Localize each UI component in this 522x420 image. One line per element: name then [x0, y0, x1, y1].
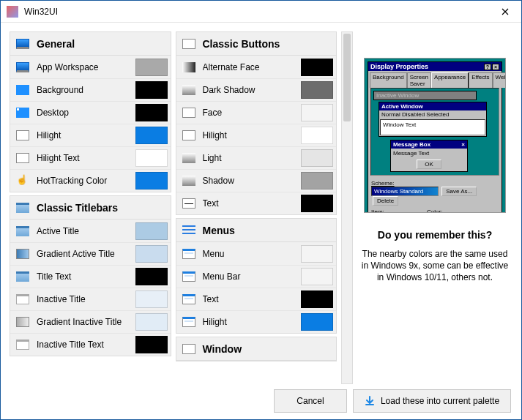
palette-row[interactable]: Hilight Text [10, 146, 171, 169]
color-swatch[interactable] [135, 268, 168, 285]
row-label: Dark Shadow [203, 85, 302, 95]
footer: Cancel Load these into current palette [1, 384, 521, 418]
row-label: Hilight Text [37, 153, 135, 163]
palette-row[interactable]: Text [176, 288, 337, 310]
section-window: Window [176, 337, 338, 361]
color-swatch[interactable] [135, 104, 168, 121]
heading-text: General [37, 38, 75, 50]
row-icon [16, 317, 29, 327]
row-icon [16, 85, 29, 95]
color-swatch[interactable] [135, 149, 168, 167]
palette-columns: General App WorkspaceBackgroundDesktopHi… [10, 31, 353, 384]
row-label: Shadow [203, 176, 302, 186]
color-swatch[interactable] [301, 268, 333, 285]
color-swatch[interactable] [301, 149, 333, 167]
row-icon [16, 271, 29, 282]
palette-row[interactable]: Desktop [10, 101, 171, 124]
color-swatch[interactable] [301, 127, 333, 144]
right-column: Classic Buttons Alternate FaceDark Shado… [176, 31, 338, 384]
palette-row[interactable]: HotTracking Color [10, 169, 171, 192]
color-swatch[interactable] [301, 313, 333, 331]
heading-text: Window [203, 343, 242, 355]
color-swatch[interactable] [301, 290, 333, 308]
row-label: Inactive Title Text [37, 340, 135, 350]
color-swatch[interactable] [301, 59, 333, 76]
palette-row[interactable]: Hilight [176, 124, 337, 146]
preview-dialog-title: Display Properties [370, 63, 428, 70]
palette-row[interactable]: Gradient Inactive Title [10, 310, 171, 333]
row-icon [16, 294, 29, 304]
content-area: General App WorkspaceBackgroundDesktopHi… [1, 23, 521, 384]
heading-text: Classic Titlebars [37, 202, 118, 214]
color-swatch[interactable] [135, 81, 168, 99]
row-label: Menu Bar [203, 271, 302, 282]
color-swatch[interactable] [135, 245, 168, 263]
palette-row[interactable]: Gradient Active Title [10, 242, 171, 265]
color-swatch[interactable] [301, 81, 333, 99]
color-swatch[interactable] [301, 104, 333, 121]
color-swatch[interactable] [135, 290, 168, 308]
palette-row[interactable]: Title Text [10, 265, 171, 288]
palette-row[interactable]: Menu Bar [176, 265, 337, 288]
row-icon [182, 62, 195, 72]
color-swatch[interactable] [135, 222, 168, 240]
color-swatch[interactable] [301, 172, 333, 190]
titlebar-icon [16, 203, 29, 213]
color-swatch[interactable] [135, 336, 168, 353]
palette-row[interactable]: Menu [176, 242, 337, 265]
palette-row[interactable]: Hilight [176, 310, 337, 333]
preview-tabs: Background Screen Saver Appearance Effec… [368, 71, 502, 88]
row-label: Menu [203, 249, 302, 259]
row-icon [182, 153, 195, 163]
row-icon [182, 176, 195, 186]
row-label: Hilight [203, 130, 302, 140]
palette-row[interactable]: Light [176, 146, 337, 169]
color-swatch[interactable] [301, 245, 333, 263]
preview-window-controls: ?× [484, 64, 499, 70]
load-button[interactable]: Load these into current palette [353, 389, 511, 413]
row-label: Hilight [37, 130, 135, 140]
color-swatch[interactable] [301, 195, 333, 212]
color-swatch[interactable] [135, 313, 168, 331]
section-general: General App WorkspaceBackgroundDesktopHi… [10, 31, 171, 192]
section-menus: Menus MenuMenu BarTextHilight [176, 218, 338, 334]
row-label: HotTracking Color [37, 176, 135, 186]
row-label: Background [37, 85, 135, 95]
menu-icon [182, 225, 195, 236]
row-icon [182, 108, 195, 118]
color-swatch[interactable] [135, 127, 168, 144]
color-swatch[interactable] [135, 59, 168, 76]
palette-row[interactable]: Inactive Title Text [10, 333, 171, 356]
color-swatch[interactable] [135, 172, 168, 190]
row-icon [182, 317, 195, 327]
palette-row[interactable]: Shadow [176, 169, 337, 192]
row-label: Active Title [37, 226, 135, 236]
palette-row[interactable]: Hilight [10, 124, 171, 146]
row-label: Title Text [37, 271, 135, 282]
left-column: General App WorkspaceBackgroundDesktopHi… [10, 31, 171, 384]
palette-row[interactable]: Background [10, 78, 171, 101]
palette-row[interactable]: Text [176, 192, 337, 214]
cancel-button[interactable]: Cancel [274, 389, 347, 413]
palette-row[interactable]: Inactive Title [10, 288, 171, 310]
section-heading: Window [176, 337, 337, 361]
remember-heading: Do you remember this? [378, 229, 492, 241]
window-icon [182, 344, 195, 354]
scrollbar-thumb[interactable] [343, 34, 351, 121]
palette-row[interactable]: Face [176, 101, 337, 124]
row-label: Hilight [203, 317, 302, 327]
monitor-icon [16, 39, 29, 49]
row-label: Light [203, 153, 302, 163]
app-icon [7, 6, 18, 18]
palette-row[interactable]: App Workspace [10, 56, 171, 78]
row-icon [182, 130, 195, 140]
side-panel: Display Properties ?× Background Screen … [357, 31, 512, 384]
section-titlebars: Classic Titlebars Active TitleGradient A… [10, 195, 171, 356]
palette-row[interactable]: Active Title [10, 220, 171, 242]
palette-row[interactable]: Dark Shadow [176, 78, 337, 101]
row-icon [16, 226, 29, 236]
palette-row[interactable]: Alternate Face [176, 56, 337, 78]
close-button[interactable] [488, 1, 521, 22]
dialog-window: Win32UI General App WorkspaceBackgroundD… [0, 0, 522, 420]
scrollbar[interactable] [341, 31, 353, 384]
